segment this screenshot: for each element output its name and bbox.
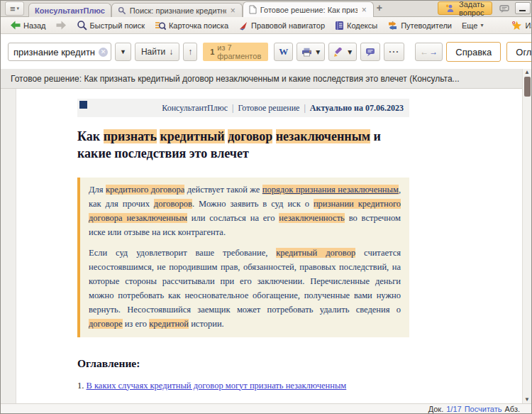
window-controls: × [515,2,532,14]
text-segment: Как [77,129,104,143]
search-icon [118,6,126,15]
scroll-up-icon[interactable]: ▲ [524,69,530,76]
highlighted-term: договоров [154,199,192,209]
text-segment: . Можно заявить в суд иск о [192,199,314,209]
tab-search-results[interactable]: Поиск: признание кредитного договор × [111,3,243,17]
toc-number: 1. [77,381,84,391]
favorites-button[interactable]: Избранное ▾ [506,18,532,33]
close-icon[interactable]: × [361,6,367,14]
toc-heading: Оглавление: [77,357,409,370]
highlighter-button[interactable]: ▾ [328,43,357,61]
guides-label: Путеводители [401,21,452,30]
document-icon [249,5,257,14]
ask-question-button[interactable]: Задать вопрос [438,1,492,15]
separator: | [304,103,305,114]
person-icon [445,4,455,13]
card-search-icon [155,21,166,31]
highlighted-term: кредитный договор [276,248,355,258]
consultantplus-window: ≡ ▾ КонсультантПлюс Поиск: признание кре… [0,0,532,414]
close-icon[interactable]: × [230,6,236,15]
navigator-icon [238,21,248,31]
chevron-down-icon: ▾ [348,47,352,57]
main-menu-button[interactable]: ≡ ▾ [5,1,24,16]
inline-doc-link[interactable]: порядок признания незаключенным [262,185,399,195]
find-previous-button[interactable]: ↑ [183,43,197,61]
printer-icon [301,48,312,57]
actuality-date: Актуально на 07.06.2023 [310,103,404,114]
menu-icon: ≡ [10,4,16,13]
codes-icon [335,21,344,31]
contents-label: Оглавление [516,47,532,58]
toc-link[interactable]: В каких случаях кредитный договор могут … [87,381,347,391]
text-segment: или сослаться на его [187,213,279,223]
chevron-down-icon: ▾ [316,47,320,57]
prev-fragment-icon[interactable]: ← [420,47,428,57]
scroll-down-icon[interactable]: ▼ [524,396,530,403]
export-word-button[interactable]: W [274,43,293,61]
summary-callout: Для кредитного договора действует такой … [77,178,409,337]
quick-search-label: Быстрый поиск [90,21,145,30]
codes-button[interactable]: Кодексы [330,18,382,33]
status-bar: Док. 1/17 Посчитать Абз. [1,403,531,413]
text-segment: Для [89,185,106,195]
scrollbar-thumb[interactable] [524,77,531,97]
highlighted-term: признать [104,129,157,143]
clear-search-icon[interactable]: ✕ [99,48,108,57]
more-actions-button[interactable]: ··· [384,43,404,61]
left-gutter [1,89,16,403]
text-segment: Если суд удовлетворит ваше требование, [89,248,276,258]
text-segment: и [370,129,381,143]
comment-icon [365,48,375,57]
word-icon: W [279,46,288,58]
new-tab-button[interactable]: + [377,2,382,15]
summary-paragraph-2: Если суд удовлетворит ваше требование, к… [89,246,401,331]
contents-button[interactable]: Оглавление [506,42,532,62]
ellipsis-icon: ··· [389,47,399,57]
fragment-total: из 7 фрагментов [217,43,261,60]
comment-button[interactable] [360,43,380,61]
back-label: Назад [23,21,46,30]
help-button[interactable]: Справка [446,42,501,62]
document-title-bar: Готовое решение: Как признать кредитный … [1,69,522,89]
minimize-button[interactable] [515,2,531,14]
text-segment: истории. [189,319,224,329]
find-label: Найти [141,47,165,57]
next-fragment-icon[interactable]: → [429,47,438,57]
search-history-dropdown[interactable]: ▼ [115,43,131,61]
minimize-icon [519,10,526,11]
card-search-label: Карточка поиска [169,21,228,30]
back-button[interactable]: Назад [5,18,51,33]
favorites-star-icon [511,21,522,31]
highlighter-icon [333,48,344,57]
brand-label: КонсультантПлюс [162,103,228,114]
help-label: Справка [455,47,492,58]
highlighted-term: незаключенность [279,213,345,223]
search-input[interactable] [13,47,99,58]
vertical-scrollbar[interactable]: ▲ ▼ [522,69,531,403]
bookmark-marker[interactable] [79,101,87,109]
text-segment: какие последствия это влечет [77,146,249,160]
tab-home[interactable]: КонсультантПлюс [28,3,111,17]
up-arrow-icon: ↑ [188,47,192,57]
highlighted-term: незаключенным [276,129,370,143]
highlighted-term: договор [228,129,272,143]
legal-navigator-button[interactable]: Правовой навигатор [233,18,330,33]
doc-position: 1/17 [446,405,461,413]
print-button[interactable]: ▾ [297,43,325,61]
document-content: КонсультантПлюс | Готовое решение | Акту… [77,99,409,403]
support-icon[interactable] [499,5,509,13]
tab-home-label: КонсультантПлюс [35,6,105,15]
guides-button[interactable]: Путеводители [382,18,457,33]
count-link[interactable]: Посчитать [465,405,502,413]
card-search-button[interactable]: Карточка поиска [150,18,233,33]
fragment-nav-group: ← → [415,43,443,61]
tab-document[interactable]: Готовое решение: Как признать креди × [243,1,374,17]
chevron-down-icon: ▾ [17,6,20,11]
find-button[interactable]: Найти ↓ [135,43,179,61]
document-header-band: КонсультантПлюс | Готовое решение | Акту… [77,99,409,117]
separator: | [232,103,233,114]
highlighted-term: кредитной [149,319,189,329]
forward-button[interactable] [51,18,72,33]
quick-search-button[interactable]: Быстрый поиск [72,18,150,33]
more-menu-button[interactable]: Еще ▾ [457,18,488,33]
